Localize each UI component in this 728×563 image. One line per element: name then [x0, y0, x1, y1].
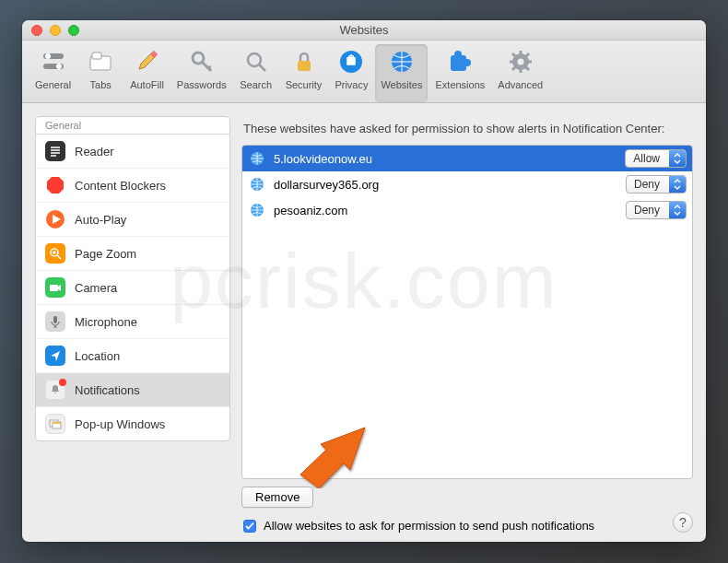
toolbar-label: AutoFill — [130, 79, 164, 90]
location-icon — [45, 346, 65, 366]
minimize-icon[interactable] — [50, 25, 61, 36]
site-icon — [250, 151, 264, 166]
toolbar-tabs[interactable]: Tabs — [78, 44, 123, 102]
titlebar: Websites — [22, 20, 706, 41]
svg-point-14 — [454, 51, 462, 58]
sidebar-item-content-blockers[interactable]: Content Blockers — [36, 169, 229, 203]
svg-point-8 — [248, 53, 261, 66]
gear-icon — [507, 48, 534, 76]
svg-rect-9 — [298, 61, 311, 71]
stop-icon — [45, 175, 65, 195]
toolbar-passwords[interactable]: Passwords — [171, 44, 232, 102]
lock-icon — [290, 48, 318, 76]
main-panel: These websites have asked for permission… — [241, 116, 693, 533]
chevron-updown-icon — [669, 150, 686, 167]
toolbar-label: Passwords — [177, 79, 227, 90]
websites-table: 5.lookvideonow.eu Allow dollarsurvey365.… — [241, 145, 693, 479]
zoom-icon[interactable] — [68, 25, 79, 36]
permission-select[interactable]: Deny — [626, 175, 687, 194]
svg-rect-5 — [92, 53, 101, 59]
site-name: 5.lookvideonow.eu — [274, 152, 616, 166]
bell-icon — [45, 380, 65, 400]
svg-point-13 — [464, 59, 471, 66]
site-name: dollarsurvey365.org — [274, 178, 616, 192]
sidebar-item-label: Page Zoom — [75, 247, 136, 261]
sidebar: General Reader Content Blockers Auto-Pla… — [35, 116, 230, 533]
tab-icon — [87, 48, 114, 76]
reader-icon — [45, 141, 65, 161]
sidebar-item-label: Auto-Play — [75, 213, 126, 227]
panel-description: These websites have asked for permission… — [241, 116, 693, 145]
windows-icon — [45, 414, 65, 434]
site-icon — [250, 177, 264, 192]
window-controls — [22, 25, 79, 36]
sidebar-item-notifications[interactable]: Notifications — [36, 373, 229, 407]
svg-point-16 — [517, 59, 523, 65]
toolbar-websites[interactable]: Websites — [375, 44, 428, 102]
sidebar-item-label: Pop-up Windows — [75, 417, 165, 431]
svg-rect-21 — [50, 285, 58, 291]
content-area: General Reader Content Blockers Auto-Pla… — [22, 103, 706, 542]
sidebar-item-label: Notifications — [75, 383, 140, 397]
toolbar-general[interactable]: General — [29, 44, 76, 102]
svg-rect-27 — [53, 422, 61, 424]
toolbar-advanced[interactable]: Advanced — [492, 44, 548, 102]
pencil-icon — [133, 48, 160, 76]
toolbar-label: General — [35, 79, 71, 90]
key-icon — [188, 48, 216, 76]
sidebar-item-label: Location — [75, 349, 120, 363]
svg-point-1 — [45, 53, 51, 59]
toolbar-privacy[interactable]: Privacy — [329, 44, 373, 102]
sidebar-item-label: Camera — [75, 281, 117, 295]
hand-icon — [337, 48, 365, 76]
toolbar-label: Extensions — [435, 79, 485, 90]
checkbox-row: Allow websites to ask for permission to … — [241, 510, 693, 533]
permission-value: Deny — [627, 204, 669, 217]
sidebar-item-camera[interactable]: Camera — [36, 271, 229, 305]
permission-select[interactable]: Deny — [626, 201, 687, 219]
preferences-window: Websites General Tabs AutoFill Passwords — [22, 20, 706, 542]
svg-marker-24 — [51, 351, 60, 361]
sidebar-item-microphone[interactable]: Microphone — [36, 305, 229, 339]
table-row[interactable]: pesoaniz.com Deny — [242, 197, 692, 223]
svg-marker-17 — [47, 177, 64, 194]
table-row[interactable]: dollarsurvey365.org Deny — [242, 171, 692, 197]
zoom-in-icon — [45, 243, 65, 264]
toolbar: General Tabs AutoFill Passwords Search — [22, 41, 706, 103]
sidebar-header: General — [35, 116, 230, 134]
toolbar-search[interactable]: Search — [234, 44, 278, 102]
search-icon — [242, 48, 270, 76]
play-icon — [45, 209, 65, 229]
permission-select[interactable]: Allow — [625, 149, 687, 168]
camera-icon — [45, 277, 65, 298]
sidebar-item-autoplay[interactable]: Auto-Play — [36, 203, 229, 237]
sidebar-item-label: Reader — [75, 145, 114, 158]
svg-rect-23 — [53, 316, 57, 323]
site-name: pesoaniz.com — [274, 204, 616, 217]
remove-button[interactable]: Remove — [241, 487, 313, 508]
toolbar-label: Advanced — [498, 79, 543, 90]
sidebar-item-label: Content Blockers — [75, 179, 166, 193]
sidebar-item-location[interactable]: Location — [36, 339, 229, 373]
allow-checkbox[interactable] — [243, 520, 256, 533]
switches-icon — [40, 48, 67, 76]
puzzle-icon — [446, 48, 474, 76]
microphone-icon — [45, 311, 65, 332]
toolbar-extensions[interactable]: Extensions — [429, 44, 490, 102]
site-icon — [250, 203, 264, 217]
toolbar-autofill[interactable]: AutoFill — [124, 44, 170, 102]
help-button[interactable]: ? — [673, 512, 693, 533]
toolbar-security[interactable]: Security — [280, 44, 328, 102]
toolbar-label: Tabs — [90, 79, 112, 90]
globe-icon — [388, 48, 416, 76]
chevron-updown-icon — [669, 176, 686, 193]
sidebar-item-reader[interactable]: Reader — [36, 135, 229, 169]
sidebar-item-page-zoom[interactable]: Page Zoom — [36, 237, 229, 271]
toolbar-label: Security — [286, 79, 323, 90]
sidebar-list: Reader Content Blockers Auto-Play Page Z… — [35, 134, 230, 441]
table-row[interactable]: 5.lookvideonow.eu Allow — [242, 146, 692, 171]
badge-icon — [59, 379, 66, 386]
close-icon[interactable] — [31, 25, 42, 36]
sidebar-item-popup-windows[interactable]: Pop-up Windows — [36, 407, 229, 440]
table-actions: Remove — [241, 479, 693, 510]
